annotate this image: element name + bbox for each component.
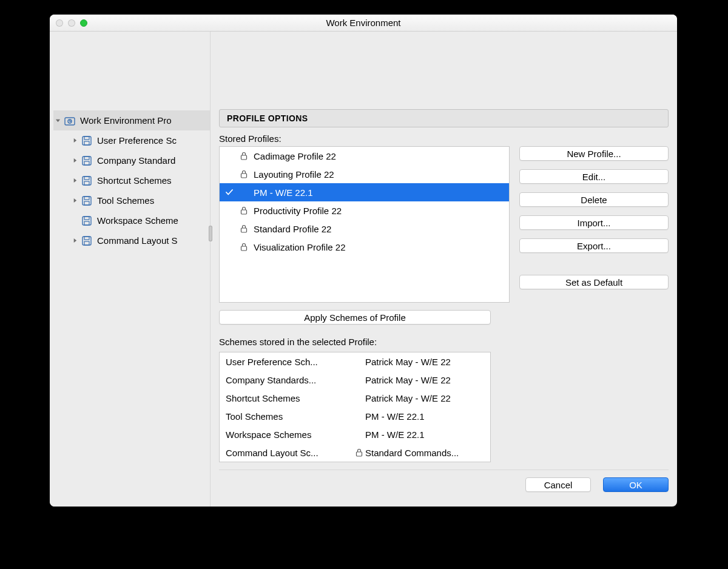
scheme-icon bbox=[80, 174, 93, 187]
lock-icon bbox=[239, 224, 249, 233]
scheme-row[interactable]: Command Layout Sc...Standard Commands... bbox=[220, 443, 490, 462]
cancel-button[interactable]: Cancel bbox=[525, 477, 591, 492]
sidebar-item-label: Command Layout S bbox=[97, 235, 178, 246]
sidebar-item-1[interactable]: Company Standard bbox=[53, 150, 210, 170]
sidebar-item-label: Tool Schemes bbox=[97, 195, 154, 206]
scheme-name: Tool Schemes bbox=[220, 411, 353, 422]
stored-profiles-list[interactable]: Cadimage Profile 22Layouting Profile 22P… bbox=[219, 146, 510, 303]
sidebar-item-label: Company Standard bbox=[97, 155, 175, 166]
window-title: Work Environment bbox=[50, 18, 677, 28]
chevron-right-icon bbox=[70, 238, 79, 243]
scheme-value: Patrick May - W/E 22 bbox=[365, 375, 490, 385]
stored-profiles-label: Stored Profiles: bbox=[219, 133, 669, 144]
profile-item[interactable]: Visualization Profile 22 bbox=[220, 238, 509, 256]
scheme-icon bbox=[80, 214, 93, 227]
chevron-right-icon bbox=[70, 138, 79, 143]
scheme-value: PM - W/E 22.1 bbox=[365, 411, 490, 422]
checkmark-icon bbox=[224, 189, 234, 196]
import-button[interactable]: Import... bbox=[519, 215, 669, 230]
profile-name: PM - W/E 22.1 bbox=[254, 187, 503, 198]
section-header-profile-options: PROFILE OPTIONS bbox=[219, 109, 669, 127]
scheme-row[interactable]: Company Standards...Patrick May - W/E 22 bbox=[220, 371, 490, 389]
sidebar-item-label: User Preference Sc bbox=[97, 135, 177, 146]
scheme-value: PM - W/E 22.1 bbox=[365, 429, 490, 440]
scheme-icon bbox=[80, 234, 93, 247]
lock-icon bbox=[353, 448, 365, 457]
sidebar-item-2[interactable]: Shortcut Schemes bbox=[53, 170, 210, 190]
scheme-row[interactable]: Shortcut SchemesPatrick May - W/E 22 bbox=[220, 389, 490, 407]
sidebar: Work Environment ProUser Preference ScCo… bbox=[50, 32, 211, 507]
profile-name: Standard Profile 22 bbox=[254, 224, 503, 234]
lock-icon bbox=[239, 170, 249, 178]
profile-item[interactable]: Productivity Profile 22 bbox=[220, 201, 509, 220]
lock-icon bbox=[239, 206, 249, 215]
apply-schemes-button[interactable]: Apply Schemes of Profile bbox=[219, 310, 491, 325]
chevron-down-icon bbox=[53, 118, 62, 123]
profile-name: Visualization Profile 22 bbox=[254, 242, 503, 252]
scheme-name: User Preference Sch... bbox=[220, 357, 353, 367]
sidebar-item-label: Shortcut Schemes bbox=[97, 175, 172, 186]
sidebar-item-0[interactable]: User Preference Sc bbox=[53, 130, 210, 150]
scheme-name: Command Layout Sc... bbox=[220, 448, 353, 458]
schemes-table: User Preference Sch...Patrick May - W/E … bbox=[219, 352, 491, 462]
export-button[interactable]: Export... bbox=[519, 238, 669, 253]
scheme-value: Standard Commands... bbox=[365, 448, 490, 458]
profile-name: Cadimage Profile 22 bbox=[254, 151, 503, 161]
close-icon[interactable] bbox=[56, 19, 63, 27]
profile-item[interactable]: PM - W/E 22.1 bbox=[220, 183, 509, 201]
sidebar-item-4[interactable]: Workspace Scheme bbox=[53, 210, 210, 231]
work-environment-window: Work Environment Work Environment ProUse… bbox=[50, 15, 677, 507]
scheme-row[interactable]: Workspace SchemesPM - W/E 22.1 bbox=[220, 425, 490, 443]
scheme-value: Patrick May - W/E 22 bbox=[365, 357, 490, 367]
profile-item[interactable]: Layouting Profile 22 bbox=[220, 165, 509, 183]
profile-folder-icon bbox=[63, 114, 76, 127]
minimize-icon[interactable] bbox=[68, 19, 75, 27]
delete-button[interactable]: Delete bbox=[519, 192, 669, 207]
sidebar-root-label: Work Environment Pro bbox=[80, 115, 172, 126]
zoom-icon[interactable] bbox=[80, 19, 87, 27]
set-as-default-button[interactable]: Set as Default bbox=[519, 275, 669, 289]
sidebar-item-label: Workspace Scheme bbox=[97, 215, 178, 226]
scheme-row[interactable]: Tool SchemesPM - W/E 22.1 bbox=[220, 407, 490, 425]
dialog-footer: Cancel OK bbox=[219, 470, 669, 503]
scheme-value: Patrick May - W/E 22 bbox=[365, 393, 490, 403]
new-profile-button[interactable]: New Profile... bbox=[519, 146, 669, 161]
scheme-name: Company Standards... bbox=[220, 375, 353, 385]
schemes-stored-label: Schemes stored in the selected Profile: bbox=[219, 337, 669, 347]
scheme-icon bbox=[80, 154, 93, 167]
lock-icon bbox=[239, 152, 249, 160]
chevron-right-icon bbox=[70, 198, 79, 203]
chevron-right-icon bbox=[70, 158, 79, 163]
profile-name: Layouting Profile 22 bbox=[254, 169, 503, 180]
sidebar-item-5[interactable]: Command Layout S bbox=[53, 231, 210, 251]
profile-item[interactable]: Cadimage Profile 22 bbox=[220, 147, 509, 165]
scheme-icon bbox=[80, 194, 93, 207]
scheme-row[interactable]: User Preference Sch...Patrick May - W/E … bbox=[220, 352, 490, 371]
lock-icon bbox=[239, 243, 249, 251]
scheme-name: Workspace Schemes bbox=[220, 429, 353, 440]
profile-item[interactable]: Standard Profile 22 bbox=[220, 220, 509, 238]
scheme-icon bbox=[80, 134, 93, 147]
scheme-name: Shortcut Schemes bbox=[220, 393, 353, 403]
sidebar-item-3[interactable]: Tool Schemes bbox=[53, 190, 210, 210]
sidebar-root[interactable]: Work Environment Pro bbox=[53, 110, 210, 130]
splitter-grip[interactable] bbox=[209, 226, 212, 241]
titlebar: Work Environment bbox=[50, 15, 677, 32]
content-panel: PROFILE OPTIONS Stored Profiles: Cadimag… bbox=[211, 32, 677, 507]
profile-name: Productivity Profile 22 bbox=[254, 206, 503, 216]
edit-button[interactable]: Edit... bbox=[519, 169, 669, 184]
chevron-right-icon bbox=[70, 178, 79, 183]
ok-button[interactable]: OK bbox=[603, 477, 669, 492]
